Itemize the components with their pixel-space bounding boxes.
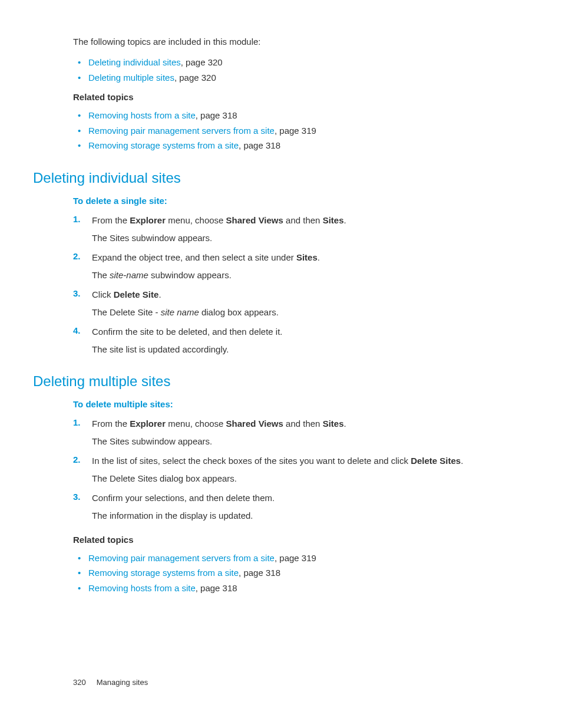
- page-number: 320: [73, 678, 86, 687]
- step-item: 4. Confirm the site to be deleted, and t…: [73, 325, 509, 357]
- related-topics-list: Removing hosts from a site, page 318 Rem…: [73, 108, 509, 153]
- step-number: 2.: [73, 251, 81, 261]
- related-topics-heading: Related topics: [73, 92, 509, 102]
- list-item: Removing pair management servers from a …: [73, 123, 509, 139]
- step-item: 2. In the list of sites, select the chec…: [73, 454, 509, 486]
- step-item: 3. Confirm your selections, and then del…: [73, 492, 509, 523]
- step-result: The Sites subwindow appears.: [92, 435, 509, 449]
- intro-text: The following topics are included in thi…: [73, 37, 509, 47]
- step-text: Click Delete Site.: [92, 288, 509, 302]
- list-item: Removing storage systems from a site, pa…: [73, 138, 509, 153]
- related-link[interactable]: Removing pair management servers from a …: [88, 553, 275, 563]
- step-text: Confirm your selections, and then delete…: [92, 492, 509, 505]
- step-item: 1. From the Explorer menu, choose Shared…: [73, 214, 509, 245]
- step-result: The Delete Site - site name dialog box a…: [92, 306, 509, 319]
- list-item: Deleting multiple sites, page 320: [73, 70, 509, 85]
- topic-link[interactable]: Deleting individual sites: [88, 57, 181, 67]
- section-heading-deleting-individual: Deleting individual sites: [33, 170, 509, 186]
- related-topics-heading: Related topics: [73, 535, 509, 545]
- step-number: 1.: [73, 214, 81, 224]
- related-link[interactable]: Removing storage systems from a site: [88, 140, 239, 150]
- step-number: 3.: [73, 492, 81, 502]
- list-item: Deleting individual sites, page 320: [73, 55, 509, 70]
- step-number: 3.: [73, 288, 81, 298]
- step-result: The Sites subwindow appears.: [92, 232, 509, 245]
- step-text: Expand the object tree, and then select …: [92, 251, 509, 265]
- list-item: Removing pair management servers from a …: [73, 551, 509, 566]
- step-result: The site list is updated accordingly.: [92, 343, 509, 357]
- topic-link[interactable]: Deleting multiple sites: [88, 73, 174, 83]
- list-item: Removing storage systems from a site, pa…: [73, 565, 509, 581]
- step-number: 4.: [73, 325, 81, 335]
- step-text: From the Explorer menu, choose Shared Vi…: [92, 214, 509, 228]
- page-ref: , page 320: [174, 73, 216, 83]
- page-ref: , page 318: [196, 583, 237, 593]
- page-footer: 320Managing sites: [73, 678, 148, 687]
- step-text: Confirm the site to be deleted, and then…: [92, 325, 509, 339]
- step-text: From the Explorer menu, choose Shared Vi…: [92, 417, 509, 431]
- step-result: The Delete Sites dialog box appears.: [92, 472, 509, 486]
- page-ref: , page 318: [239, 140, 280, 150]
- step-item: 1. From the Explorer menu, choose Shared…: [73, 417, 509, 449]
- step-item: 3. Click Delete Site. The Delete Site - …: [73, 288, 509, 319]
- step-result: The information in the display is update…: [92, 509, 509, 523]
- related-link[interactable]: Removing storage systems from a site: [88, 568, 239, 578]
- procedure-steps: 1. From the Explorer menu, choose Shared…: [73, 417, 509, 523]
- page-ref: , page 319: [275, 126, 316, 136]
- step-result: The site-name subwindow appears.: [92, 269, 509, 282]
- related-link[interactable]: Removing hosts from a site: [88, 583, 196, 593]
- related-link[interactable]: Removing pair management servers from a …: [88, 126, 275, 136]
- list-item: Removing hosts from a site, page 318: [73, 108, 509, 123]
- step-item: 2. Expand the object tree, and then sele…: [73, 251, 509, 282]
- step-number: 2.: [73, 454, 81, 465]
- section-heading-deleting-multiple: Deleting multiple sites: [33, 373, 509, 390]
- page-ref: , page 318: [196, 110, 237, 120]
- footer-label: Managing sites: [97, 678, 148, 687]
- procedure-steps: 1. From the Explorer menu, choose Shared…: [73, 214, 509, 357]
- related-link[interactable]: Removing hosts from a site: [88, 110, 196, 120]
- list-item: Removing hosts from a site, page 318: [73, 581, 509, 596]
- page-ref: , page 320: [181, 57, 223, 67]
- procedure-heading: To delete a single site:: [73, 196, 509, 206]
- step-number: 1.: [73, 417, 81, 427]
- page-ref: , page 319: [275, 553, 316, 563]
- page-ref: , page 318: [239, 568, 280, 578]
- step-text: In the list of sites, select the check b…: [92, 454, 509, 468]
- related-topics-list: Removing pair management servers from a …: [73, 551, 509, 596]
- module-topics-list: Deleting individual sites, page 320 Dele…: [73, 55, 509, 85]
- procedure-heading: To delete multiple sites:: [73, 399, 509, 409]
